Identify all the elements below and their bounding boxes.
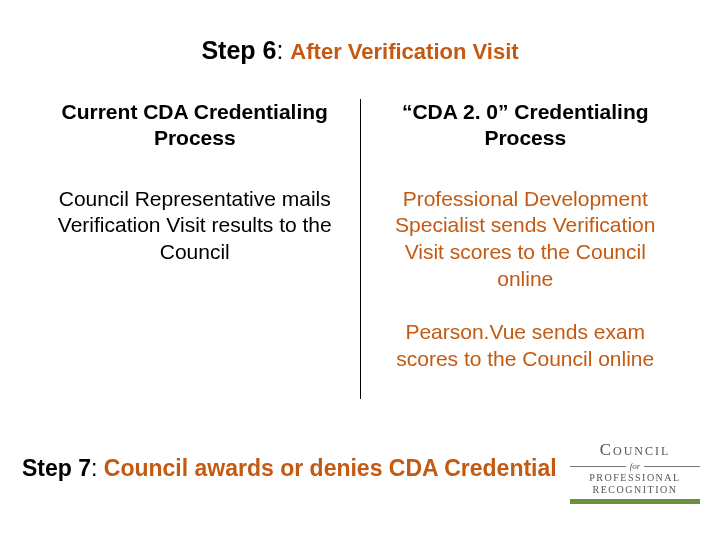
logo-bar [570, 499, 700, 504]
left-body: Council Representative mails Verificatio… [44, 186, 346, 267]
step7-label: Step 7 [22, 455, 91, 481]
step7-text: Council awards or denies CDA Credential [104, 455, 557, 481]
right-heading: “CDA 2. 0” Credentialing Process [375, 99, 677, 152]
step6-subtitle: After Verification Visit [290, 39, 518, 64]
step6-colon: : [276, 36, 290, 64]
slide: Step 6: After Verification Visit Current… [0, 0, 720, 540]
logo-line-right [644, 466, 700, 467]
comparison-columns: Current CDA Credentialing Process Counci… [30, 99, 690, 399]
logo-recognition: RECOGNITION [593, 484, 678, 495]
logo-line-left [570, 466, 626, 467]
step7-line: Step 7: Council awards or denies CDA Cre… [22, 455, 582, 482]
step7-colon: : [91, 455, 104, 481]
slide-title: Step 6: After Verification Visit [20, 36, 700, 65]
council-logo: Council for PROFESSIONAL RECOGNITION [570, 440, 700, 504]
right-body-1: Professional Development Specialist send… [375, 186, 677, 294]
right-column: “CDA 2. 0” Credentialing Process Profess… [361, 99, 691, 399]
logo-for-row: for [570, 461, 700, 471]
logo-for-text: for [630, 461, 641, 471]
step6-label: Step 6 [201, 36, 276, 64]
logo-council-text: Council [600, 440, 671, 460]
logo-professional: PROFESSIONAL [589, 472, 680, 483]
left-column: Current CDA Credentialing Process Counci… [30, 99, 360, 292]
left-heading: Current CDA Credentialing Process [44, 99, 346, 152]
right-body-2: Pearson.Vue sends exam scores to the Cou… [375, 319, 677, 373]
